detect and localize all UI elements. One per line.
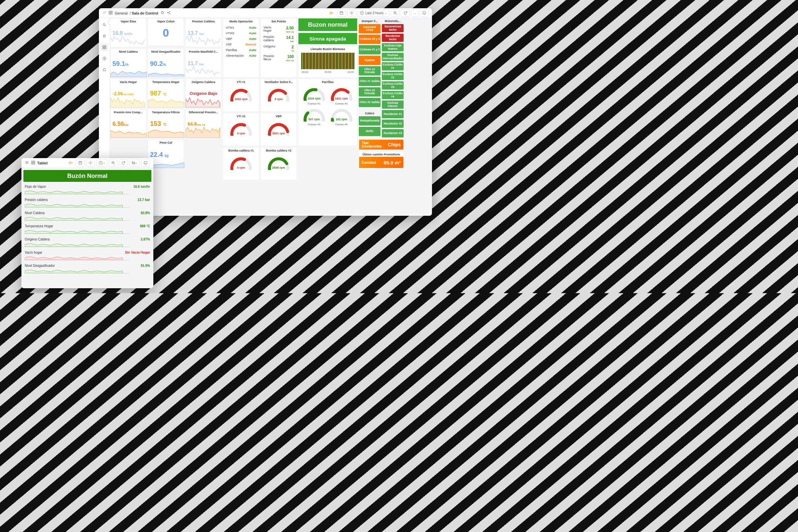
status-tile[interactable]: Esclusa Ciclón #4 <box>382 91 404 99</box>
panel-title: Vapor Etea <box>110 18 146 24</box>
svg-rect-19 <box>34 161 35 163</box>
status-tile[interactable]: Esclusa Caja Humos <box>382 43 404 51</box>
gauge: 0 rpm <box>267 86 291 101</box>
tablet-metric-row[interactable]: Nivel Desgasificador91.9% <box>21 263 153 276</box>
nav-starred-icon[interactable] <box>101 32 108 40</box>
panel-gauge-vti1[interactable]: VTI #1 1632 rpm <box>223 79 259 112</box>
panel-gauge-bc2[interactable]: Bomba caldera #2 2845 rpm <box>260 147 297 180</box>
panel-gauge-vbp[interactable]: VBP 3521 rpm <box>260 113 297 146</box>
gauge: 0 rpm <box>229 155 253 170</box>
status-tile[interactable]: Recolector #1 <box>382 110 404 118</box>
dashboard-grid: Vapor Etea 16.8 ton/hr Vapor Colun 0 Pre… <box>110 18 432 216</box>
time-picker[interactable]: Last 3 hours ⌄ <box>358 10 389 17</box>
nav-dashboards-icon[interactable] <box>101 43 108 51</box>
dashboard-grid-icon[interactable] <box>108 11 113 16</box>
save-icon[interactable] <box>76 159 85 167</box>
nav-search-icon[interactable] <box>101 21 108 28</box>
refresh-icon[interactable] <box>401 10 410 17</box>
tablet-metric-row[interactable]: Vacío hogarSin Vacío Hogar <box>21 250 153 263</box>
refresh-dropdown[interactable]: ⌄ <box>411 10 418 17</box>
breadcrumb[interactable]: General / Sala de Control <box>115 11 158 15</box>
logo-icon[interactable] <box>102 11 107 16</box>
settings-icon[interactable] <box>86 159 95 167</box>
status-tile[interactable]: Bypass <box>359 56 381 65</box>
svg-rect-2 <box>109 13 110 15</box>
panel-camion: Último camión Prontoform Cantidad95.0 m³ <box>359 151 404 169</box>
status-tile[interactable]: Filtro #1 Salida <box>359 77 381 86</box>
star-icon[interactable] <box>160 11 165 16</box>
refresh-interval[interactable]: 5s ⌄ <box>129 159 140 167</box>
tablet-metric-row[interactable]: Temperatura Hogar988 °C <box>21 223 153 236</box>
stat-value: 13.7 bar <box>188 30 219 36</box>
tablet-breadcrumb[interactable]: Tablet <box>37 161 48 165</box>
setpoint-row: Presión filtros100mm ca <box>264 53 294 63</box>
status-tile[interactable]: Conexión VTI#2 <box>359 24 381 33</box>
parrilla-gauge: 101 rpmCuerpo #4 <box>328 107 355 126</box>
kiosk-icon[interactable] <box>141 159 150 167</box>
panel-presion-aire[interactable]: Presión Aire Comp... 6.56bar <box>110 109 146 138</box>
panel-gauge-bc1[interactable]: Bomba caldera #1 0 rpm <box>223 147 259 180</box>
panel-parrillas[interactable]: Parrillas 1015 rpmCuerpo #11411 rpmCuerp… <box>298 79 358 146</box>
panel-temp-hogar[interactable]: Temperatura Hogar 987 °C <box>148 79 184 108</box>
panel-presion-manifold[interactable]: Presión Manifold C... 11.7 bar <box>185 49 222 77</box>
panel-modo-operacion[interactable]: Modo Operación VTI#1AutoVTI#2AutoVBPAuto… <box>223 18 259 77</box>
status-tile[interactable]: Filtro #2 Entrada <box>359 87 381 96</box>
tablet-metric-row[interactable]: Flujo de Vapor16.6 ton/hr <box>21 184 153 197</box>
menu-icon[interactable] <box>25 160 29 165</box>
share-icon[interactable] <box>166 11 171 16</box>
panel-vapor-etea[interactable]: Vapor Etea 16.8 ton/hr <box>110 18 146 47</box>
panel-gauge-vti2[interactable]: VTI #2 0 rpm <box>223 113 259 146</box>
tablet-metric-row[interactable]: Nivel Caldera60.8% <box>21 210 153 223</box>
status-tile[interactable]: Esclusa Intercambiador <box>382 53 404 61</box>
panel-diferencial-presion[interactable]: Diferencial Presión... 64.9mm ca <box>185 109 222 138</box>
status-tile[interactable]: Recolector techo <box>382 34 404 42</box>
parrilla-gauge: 1411 rpmCuerpo #2 <box>328 86 355 105</box>
status-tile[interactable]: Ciclones #3 y 4 <box>359 35 381 44</box>
panel-title: Bomba caldera #2 <box>261 148 296 153</box>
add-panel-icon[interactable]: ıll+ <box>66 159 74 167</box>
panel-vacio-hogar[interactable]: Vacío Hogar -2.06mm H2O <box>110 79 146 108</box>
nav-alerting-icon[interactable] <box>101 65 108 74</box>
status-tile[interactable]: Filtro #2 Salida <box>359 98 381 107</box>
stat-value: 64.9mm ca <box>188 121 219 127</box>
tablet-metric-row[interactable]: Oxígeno Caldera2.87% <box>21 236 153 250</box>
status-tile[interactable]: Esclusa Ciclón #2 <box>382 72 404 80</box>
panel-title: Set Points <box>261 18 296 24</box>
zoom-out-icon[interactable] <box>391 10 400 17</box>
status-tile[interactable]: Ciclones #1 y 2 <box>359 45 381 54</box>
status-tile[interactable]: Sinfín <box>359 127 381 136</box>
panel-title: Diferencial Presión... <box>186 109 221 115</box>
settings-icon[interactable] <box>347 10 356 17</box>
status-tile[interactable]: Recolector #3 <box>382 129 404 137</box>
status-tile[interactable]: Rompeboveda <box>359 116 381 126</box>
status-tile[interactable]: Esclusa Filtro#1 <box>382 100 404 109</box>
status-tile[interactable]: Recolector #2 <box>382 119 404 128</box>
panel-vapor-colun[interactable]: Vapor Colun 0 <box>148 18 184 47</box>
panel-nivel-desgasificador[interactable]: Nivel Desgasificador 90.2% <box>148 49 184 77</box>
panel-biomasa[interactable]: Llenado Buzón Biomasa 08:0009:0010:00 <box>298 46 358 77</box>
status-tile[interactable]: Filtro #1 Entrada <box>359 66 381 75</box>
time-picker[interactable]: ⌄ <box>96 159 108 167</box>
status-tile[interactable]: Sacacenizas techo <box>382 24 404 32</box>
panel-presion-caldera[interactable]: Presion Caldera 13.7 bar <box>185 18 222 47</box>
tablet-metric-row[interactable]: Presión caldera13.7 bar <box>21 197 153 210</box>
status-tile[interactable]: Esclusa Ciclón #3 <box>382 81 404 90</box>
add-panel-icon[interactable]: ıll+ <box>327 10 336 17</box>
modo-row: VSFManual <box>226 41 256 47</box>
setpoint-list: Vacío hogar2.50mm caPresión caldera14.1b… <box>261 24 296 64</box>
refresh-icon[interactable] <box>119 159 128 167</box>
nav-explore-icon[interactable] <box>101 54 108 62</box>
setpoint-row: Oxígeno2% <box>264 44 294 53</box>
panel-set-points[interactable]: Set Points Vacío hogar2.50mm caPresión c… <box>260 18 297 77</box>
kiosk-icon[interactable] <box>420 10 429 17</box>
panel-oxigeno-caldera[interactable]: Oxígeno Caldera Oxígeno Bajo <box>185 79 222 108</box>
modo-row: VBPAuto <box>226 36 256 41</box>
panel-temp-filtros[interactable]: Temperatura Filtros 153 °C <box>148 109 184 138</box>
modo-list: VTI#1AutoVTI#2AutoVBPAutoVSFManualParril… <box>223 24 259 59</box>
status-tile[interactable]: Esclusa Ciclón #1 <box>382 62 404 71</box>
save-icon[interactable] <box>337 10 346 17</box>
panel-nivel-caldera[interactable]: Nivel Caldera 59.1% <box>110 49 146 77</box>
zoom-out-icon[interactable] <box>109 159 118 167</box>
panel-gauge-vsf[interactable]: Ventilador Sobre F... 0 rpm <box>260 79 297 112</box>
dashboard-grid-icon[interactable] <box>31 160 35 165</box>
